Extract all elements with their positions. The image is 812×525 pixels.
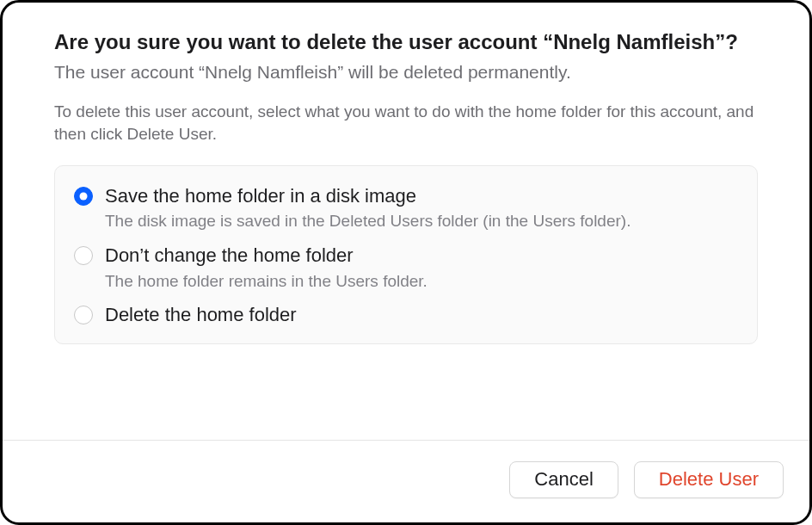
cancel-button[interactable]: Cancel xyxy=(509,461,618,498)
home-folder-options: Save the home folder in a disk image The… xyxy=(54,165,758,344)
delete-user-dialog: Are you sure you want to delete the user… xyxy=(0,0,812,525)
option-description: The home folder remains in the Users fol… xyxy=(105,270,738,293)
dialog-footer: Cancel Delete User xyxy=(3,441,809,522)
option-delete-folder[interactable]: Delete the home folder xyxy=(74,302,738,328)
option-save-disk-image[interactable]: Save the home folder in a disk image The… xyxy=(74,183,738,238)
option-text: Don’t change the home folder The home fo… xyxy=(105,243,738,297)
option-label[interactable]: Don’t change the home folder xyxy=(105,243,738,269)
radio-delete-folder[interactable] xyxy=(74,306,93,324)
option-label[interactable]: Save the home folder in a disk image xyxy=(105,183,738,209)
radio-save-disk-image[interactable] xyxy=(74,187,93,206)
dialog-content: Are you sure you want to delete the user… xyxy=(3,3,809,419)
radio-dont-change[interactable] xyxy=(74,246,93,265)
dialog-title: Are you sure you want to delete the user… xyxy=(54,28,758,55)
dialog-subtitle: The user account “Nnelg Namfleish” will … xyxy=(54,60,758,84)
option-text: Save the home folder in a disk image The… xyxy=(105,183,738,238)
dialog-instructions: To delete this user account, select what… xyxy=(54,101,758,146)
delete-user-button[interactable]: Delete User xyxy=(634,461,784,498)
option-label[interactable]: Delete the home folder xyxy=(105,302,738,328)
option-description: The disk image is saved in the Deleted U… xyxy=(105,210,738,232)
option-text: Delete the home folder xyxy=(105,302,738,328)
option-dont-change[interactable]: Don’t change the home folder The home fo… xyxy=(74,243,738,297)
